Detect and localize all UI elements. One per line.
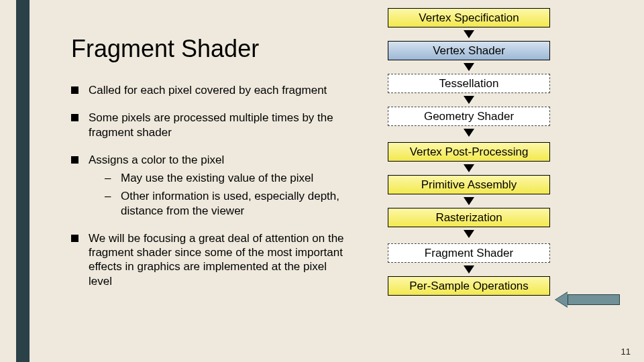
stage-primitive-assembly: Primitive Assembly (388, 175, 550, 194)
arrow-down-icon (464, 129, 474, 137)
pointer-arrow-icon (555, 292, 620, 307)
bullet-item: Some pixels are processed multiple times… (71, 111, 346, 139)
slide-title: Fragment Shader (71, 35, 346, 63)
stage-vertex-specification: Vertex Specification (388, 8, 550, 27)
slide-content: Fragment Shader Called for each pixel co… (71, 35, 346, 302)
sub-bullet-item: May use the existing value of the pixel (89, 171, 346, 185)
page-number: 11 (621, 347, 631, 357)
stage-fragment-shader: Fragment Shader (388, 243, 550, 263)
arrow-down-icon (464, 30, 474, 38)
stage-geometry-shader: Geometry Shader (388, 107, 550, 126)
arrow-down-icon (464, 96, 474, 104)
arrow-down-icon (464, 63, 474, 71)
side-accent-bar (16, 0, 30, 362)
bullet-text: Some pixels are processed multiple times… (89, 111, 333, 138)
stage-per-sample-operations: Per-Sample Operations (388, 276, 550, 296)
bullet-item: Assigns a color to the pixel May use the… (71, 153, 346, 218)
bullet-item: We will be focusing a great deal of atte… (71, 231, 346, 288)
arrow-down-icon (464, 164, 474, 172)
stage-vertex-shader: Vertex Shader (388, 41, 550, 60)
bullet-text: Assigns a color to the pixel (89, 154, 224, 166)
arrow-down-icon (464, 230, 474, 238)
stage-tessellation: Tessellation (388, 74, 550, 93)
stage-vertex-post-processing: Vertex Post-Processing (388, 142, 550, 162)
pipeline-diagram: Vertex Specification Vertex Shader Tesse… (386, 8, 551, 296)
sub-bullet-list: May use the existing value of the pixel … (89, 171, 346, 218)
bullet-text: We will be focusing a great deal of atte… (89, 232, 344, 288)
bullet-text: Called for each pixel covered by each fr… (89, 84, 327, 97)
sub-bullet-item: Other information is used, especially de… (89, 189, 346, 218)
arrow-down-icon (464, 265, 474, 274)
bullet-item: Called for each pixel covered by each fr… (71, 83, 346, 97)
stage-rasterization: Rasterization (388, 208, 550, 227)
bullet-list: Called for each pixel covered by each fr… (71, 83, 346, 288)
arrow-down-icon (464, 197, 474, 205)
